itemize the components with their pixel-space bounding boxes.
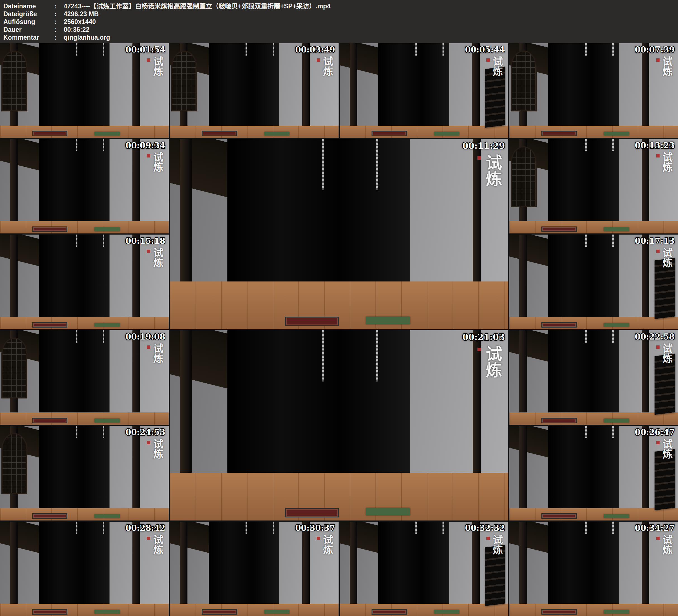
- timestamp-overlay: 00:26:47: [635, 427, 675, 437]
- timestamp-overlay: 00:11:29: [462, 141, 505, 151]
- curtain-backdrop: [548, 235, 619, 317]
- watermark-logo: 试炼: [656, 535, 674, 554]
- green-floor-mat: [95, 227, 120, 231]
- red-floor-mat: [202, 131, 237, 136]
- metadata-row: Dauer : 00:36:22: [3, 26, 675, 34]
- hanging-chain-icon: [103, 330, 104, 343]
- timestamp-overlay: 00:17:13: [635, 236, 675, 246]
- video-thumbnail: 00:19:08 试炼: [0, 330, 169, 425]
- metadata-label: Auflösung: [3, 18, 54, 26]
- arched-window: [173, 52, 196, 110]
- hanging-chain-icon: [612, 139, 614, 151]
- curtain-backdrop: [209, 522, 279, 604]
- arched-window: [512, 52, 535, 110]
- metadata-label: Kommentar: [3, 34, 54, 41]
- video-contact-sheet: Dateiname : 47243----【试炼工作室】白杨诺米旗袍高跟强制直立…: [0, 0, 678, 616]
- hanging-chain-icon: [443, 43, 444, 55]
- video-thumbnail: 00:17:13 试炼: [509, 235, 678, 329]
- green-floor-mat: [434, 132, 459, 136]
- metadata-label: Dateiname: [3, 2, 54, 10]
- curtain-backdrop: [39, 522, 110, 604]
- hanging-chain-icon: [103, 43, 104, 55]
- video-thumbnail: 00:01:54 试炼: [0, 43, 169, 138]
- wood-floor: [0, 604, 169, 616]
- video-thumbnail: 00:07:39 试炼: [509, 43, 678, 138]
- video-thumbnail: 00:24:53 试炼: [0, 426, 169, 521]
- green-floor-mat: [604, 514, 629, 518]
- wood-pillar-right: [472, 43, 479, 128]
- hanging-chain-icon: [585, 43, 587, 55]
- timestamp-overlay: 00:13:23: [635, 141, 675, 150]
- red-floor-mat: [285, 317, 339, 326]
- watermark-logo: 试炼: [656, 56, 674, 76]
- thumbnail-grid: 00:01:54 试炼 00:03:49 试炼: [0, 43, 678, 616]
- scene-placeholder: [340, 522, 509, 616]
- hanging-chain-icon: [585, 235, 587, 247]
- video-thumbnail: 00:22:58 试炼: [509, 330, 678, 425]
- scene-placeholder: [0, 235, 169, 329]
- wood-pillar-right: [642, 235, 649, 320]
- red-floor-mat: [541, 418, 577, 423]
- metadata-value: qinglanhua.org: [64, 34, 675, 41]
- curtain-backdrop: [209, 43, 279, 126]
- wood-pillar-right: [642, 43, 649, 128]
- curtain-backdrop: [548, 426, 619, 508]
- hanging-chain-icon: [612, 426, 614, 438]
- video-thumbnail: 00:32:32 试炼: [340, 522, 509, 616]
- curtain-backdrop: [39, 139, 110, 222]
- red-floor-mat: [32, 513, 68, 519]
- watermark-logo: 试炼: [147, 535, 165, 554]
- hanging-chain-icon: [76, 426, 77, 438]
- wood-floor: [509, 221, 678, 233]
- hanging-chain-icon: [585, 522, 587, 534]
- green-floor-mat: [95, 323, 120, 327]
- metadata-separator: :: [54, 18, 64, 26]
- wood-pillar-right: [133, 522, 140, 607]
- watermark-logo: 试炼: [478, 154, 504, 187]
- hanging-chain-icon: [273, 43, 274, 55]
- scene-placeholder: [170, 522, 339, 616]
- wood-floor: [170, 604, 339, 616]
- metadata-value: 00:36:22: [64, 26, 675, 34]
- hanging-chain-icon: [376, 330, 378, 382]
- green-floor-mat: [95, 514, 120, 518]
- scene-placeholder: [0, 139, 169, 234]
- wood-floor: [0, 317, 169, 329]
- wood-floor: [0, 508, 169, 521]
- watermark-logo: 试炼: [656, 439, 674, 459]
- video-thumbnail: 00:15:18 试炼: [0, 235, 169, 329]
- green-floor-mat: [604, 610, 629, 614]
- wood-pillar-left: [519, 522, 527, 607]
- timestamp-overlay: 00:03:49: [295, 45, 335, 54]
- scene-placeholder: [0, 426, 169, 521]
- scene-placeholder: [0, 43, 169, 138]
- wood-pillar-right: [302, 522, 310, 607]
- metadata-row: Kommentar : qinglanhua.org: [3, 34, 675, 41]
- wood-pillar-right: [642, 330, 649, 416]
- wood-floor: [170, 473, 509, 520]
- timestamp-overlay: 00:05:44: [465, 45, 505, 54]
- wood-floor: [509, 604, 678, 616]
- watermark-logo: 试炼: [147, 247, 165, 268]
- wood-floor: [509, 508, 678, 521]
- red-floor-mat: [541, 609, 577, 615]
- hanging-chain-icon: [76, 235, 77, 247]
- hanging-chain-icon: [376, 139, 378, 190]
- wood-pillar-right: [642, 139, 649, 224]
- green-floor-mat: [366, 508, 410, 515]
- scene-placeholder: [340, 43, 509, 138]
- red-floor-mat: [202, 609, 237, 615]
- video-thumbnail: 00:28:42 试炼: [0, 522, 169, 616]
- metadata-header: Dateiname : 47243----【试炼工作室】白杨诺米旗袍高跟强制直立…: [0, 0, 678, 43]
- hanging-chain-icon: [76, 139, 77, 151]
- scene-placeholder: [0, 522, 169, 616]
- curtain-backdrop: [548, 43, 619, 126]
- metadata-row: Dateiname : 47243----【试炼工作室】白杨诺米旗袍高跟强制直立…: [3, 2, 675, 10]
- timestamp-overlay: 00:09:34: [125, 141, 165, 150]
- hanging-chain-icon: [585, 139, 587, 151]
- timestamp-overlay: 00:01:54: [125, 45, 165, 54]
- curtain-backdrop: [227, 330, 410, 473]
- metadata-row: Dateigröße : 4296.23 MB: [3, 10, 675, 18]
- video-thumbnail: 00:21:03 试炼: [170, 330, 509, 521]
- metadata-row: Auflösung : 2560x1440: [3, 18, 675, 26]
